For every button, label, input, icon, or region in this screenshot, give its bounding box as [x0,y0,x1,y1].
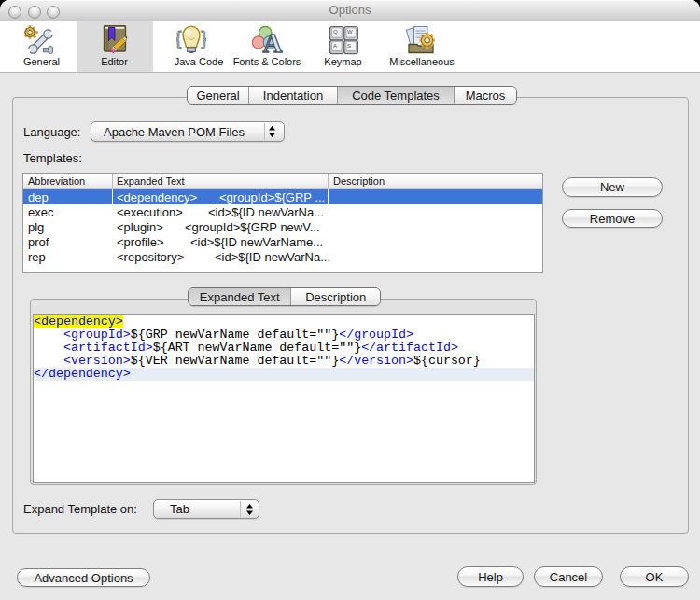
svg-text:}: } [201,27,206,49]
svg-text:{: { [176,27,182,49]
svg-text:Q: Q [333,29,338,35]
svg-text:S: S [347,43,351,49]
svg-text:A: A [263,28,283,56]
svg-text:A: A [333,43,337,49]
svg-text:W: W [347,29,353,35]
